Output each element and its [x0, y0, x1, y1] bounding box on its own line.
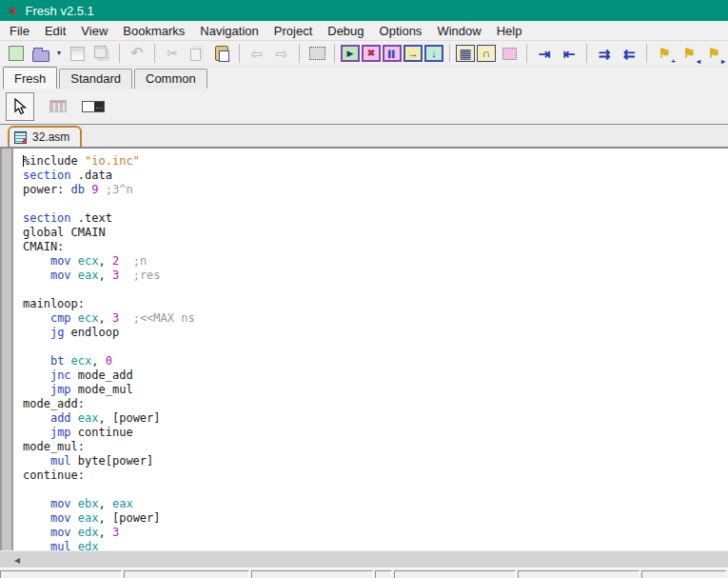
run-icon[interactable]: ▶ [341, 45, 360, 62]
code-line[interactable]: mul edx [23, 540, 728, 550]
palette-tab-bar: Fresh Standard Common [0, 67, 728, 89]
menu-window[interactable]: Window [429, 21, 488, 41]
code-line[interactable]: section .data [23, 169, 728, 183]
code-line[interactable]: mainloop: [23, 297, 728, 311]
tab-standard[interactable]: Standard [59, 69, 132, 89]
asm-file-icon [14, 131, 27, 144]
back-icon[interactable]: ⇦ [246, 42, 268, 65]
step-into-icon[interactable]: ↓ [424, 45, 443, 62]
menu-edit[interactable]: Edit [37, 21, 73, 41]
fresh-window: ✶ Fresh v2.5.1 File Edit View Bookmarks … [0, 0, 728, 578]
menu-bar: File Edit View Bookmarks Navigation Proj… [0, 21, 728, 41]
menu-help[interactable]: Help [489, 21, 530, 41]
step-over-icon[interactable]: → [403, 45, 423, 62]
toolbar-separator [299, 44, 300, 63]
code-line[interactable]: mov edx, 3 [23, 526, 728, 540]
code-line[interactable]: cmp ecx, 3 ;<<MAX ns [23, 311, 728, 326]
status-panel [124, 570, 249, 578]
save-icon[interactable] [66, 42, 89, 65]
code-line[interactable]: section .text [23, 211, 728, 226]
code-line[interactable]: jmp continue [23, 426, 728, 440]
code-line[interactable]: %include "io.inc" [23, 154, 728, 169]
horizontal-scrollbar[interactable]: ◂ [0, 550, 728, 568]
menu-debug[interactable]: Debug [320, 21, 371, 41]
window-title: Fresh v2.5.1 [26, 4, 94, 18]
code-line[interactable]: jmp mode_mul [23, 383, 728, 397]
menu-options[interactable]: Options [372, 21, 430, 41]
scroll-left-button[interactable]: ◂ [9, 552, 26, 568]
indent-right-icon[interactable]: ⇥ [533, 42, 556, 65]
status-panel [394, 570, 516, 578]
main-toolbar: ▾↶✂⇦⇨▶✖▌▌→↓▦∩⇥⇤⇉⇇⚑+⚑◂⚑▸⚑×>_ [0, 41, 728, 67]
pause-icon[interactable]: ▌▌ [383, 45, 402, 62]
combo-tool-icon[interactable] [82, 101, 105, 112]
menu-view[interactable]: View [73, 21, 115, 41]
menu-navigation[interactable]: Navigation [192, 21, 266, 41]
status-panel [518, 570, 639, 578]
forward-icon[interactable]: ⇨ [270, 42, 293, 65]
open-file-dropdown-icon[interactable]: ▾ [54, 42, 64, 65]
code-line[interactable]: CMAIN: [23, 240, 728, 254]
new-file-icon[interactable] [5, 42, 28, 65]
copy-icon[interactable] [186, 42, 208, 65]
code-line[interactable]: bt ecx, 0 [23, 354, 728, 369]
select-pink-icon[interactable] [498, 42, 521, 65]
code-line[interactable]: mov eax, [power] [23, 511, 728, 526]
toolbar-separator [526, 44, 527, 63]
tab-fresh[interactable]: Fresh [3, 67, 57, 89]
block-indent-right-icon[interactable]: ⇉ [593, 42, 616, 65]
menu-bookmarks[interactable]: Bookmarks [115, 21, 192, 41]
status-panel [641, 570, 726, 578]
magnet-icon[interactable]: ∩ [477, 45, 496, 62]
editor-tab-32asm[interactable]: 32.asm [8, 126, 82, 147]
code-line[interactable]: mov eax, 3 ;res [23, 269, 728, 283]
cursor-tool-button[interactable] [6, 92, 34, 121]
code-line[interactable]: mode_mul: [23, 440, 728, 454]
select-region-icon[interactable] [305, 42, 328, 65]
code-line[interactable] [23, 197, 728, 211]
editor-pane[interactable]: %include "io.inc"section .datapower: db … [0, 149, 728, 550]
tab-common[interactable]: Common [134, 69, 207, 89]
cut-icon[interactable]: ✂ [161, 42, 184, 65]
code-line[interactable] [23, 340, 728, 354]
status-panel [0, 570, 122, 578]
indent-left-icon[interactable]: ⇤ [558, 42, 580, 65]
code-line[interactable]: mode_add: [23, 397, 728, 411]
code-area[interactable]: %include "io.inc"section .datapower: db … [13, 149, 728, 550]
code-line[interactable] [23, 283, 728, 297]
toolbar-separator [449, 44, 450, 63]
scrollbar-track[interactable] [26, 552, 728, 568]
status-panel [251, 570, 373, 578]
fields-tool-icon[interactable] [49, 100, 67, 112]
tool-palette-row [0, 89, 728, 124]
code-line[interactable]: jnc mode_add [23, 369, 728, 383]
bookmark-prev-icon[interactable]: ⚑◂ [678, 42, 700, 65]
code-line[interactable]: mul byte[power] [23, 454, 728, 468]
toolbar-separator [646, 44, 647, 63]
bookmark-next-icon[interactable]: ⚑▸ [702, 42, 725, 65]
code-line[interactable] [23, 483, 728, 497]
bookmark-add-icon[interactable]: ⚑+ [653, 42, 676, 65]
save-all-icon[interactable] [90, 42, 113, 65]
code-line[interactable]: continue: [23, 468, 728, 483]
code-line[interactable]: mov ebx, eax [23, 497, 728, 511]
block-indent-left-icon[interactable]: ⇇ [618, 42, 640, 65]
code-line[interactable]: jg endloop [23, 326, 728, 340]
code-line[interactable]: global CMAIN [23, 226, 728, 240]
status-bar [0, 568, 728, 578]
grid-table-icon[interactable]: ▦ [456, 45, 475, 62]
toolbar-separator [334, 44, 335, 63]
toolbar-separator [586, 44, 587, 63]
title-bar: ✶ Fresh v2.5.1 [0, 0, 728, 21]
editor-tab-label: 32.asm [32, 130, 69, 144]
menu-project[interactable]: Project [266, 21, 320, 41]
code-line[interactable]: power: db 9 ;3^n [23, 183, 728, 197]
code-line[interactable]: add eax, [power] [23, 411, 728, 426]
paste-icon[interactable] [210, 42, 233, 65]
cursor-arrow-icon [13, 98, 27, 115]
stop-icon[interactable]: ✖ [362, 45, 381, 62]
menu-file[interactable]: File [2, 21, 37, 41]
open-file-icon[interactable] [30, 42, 52, 65]
undo-icon[interactable]: ↶ [126, 42, 148, 65]
code-line[interactable]: mov ecx, 2 ;n [23, 254, 728, 269]
